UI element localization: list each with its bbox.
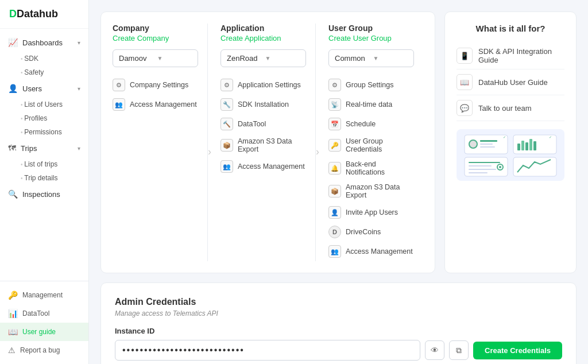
company-access-mgmt-item[interactable]: 👥 Access Management xyxy=(113,95,198,114)
datatool-menu-label: DataTool xyxy=(238,120,266,128)
company-access-label: Access Management xyxy=(130,100,197,109)
logo-icon: D xyxy=(9,8,17,20)
datatool-item[interactable]: 🔨 DataTool xyxy=(220,114,306,134)
dashboard-preview-svg: ✓ ✓ xyxy=(462,132,559,178)
application-dropdown-arrow-icon: ▼ xyxy=(265,55,300,61)
create-application-link[interactable]: Create Application xyxy=(220,34,306,42)
sidebar-sub-sdk[interactable]: SDK xyxy=(0,52,88,65)
admin-credentials-title: Admin Credentials xyxy=(115,297,562,307)
copy-button[interactable]: ⧉ xyxy=(449,340,469,360)
app-logo: DDatahub xyxy=(9,8,79,20)
realtime-data-item[interactable]: 📡 Real-time data xyxy=(328,95,414,114)
svg-point-19 xyxy=(499,166,501,168)
datahub-guide-label: DataHub User Guide xyxy=(478,78,548,87)
sdk-install-label: SDK Installation xyxy=(238,100,289,109)
sidebar-sub-permissions[interactable]: Permissions xyxy=(0,125,88,139)
company-column: Company Create Company Damoov ▼ ⚙ Compan… xyxy=(113,24,208,261)
admin-credentials-panel: Admin Credentials Manage access to Telem… xyxy=(100,282,577,364)
ug-credentials-icon: 🔑 xyxy=(328,139,341,152)
app-settings-item[interactable]: ⚙ Application Settings xyxy=(220,75,306,95)
sidebar-item-dashboards[interactable]: 📈 Dashboards ▾ xyxy=(0,33,88,52)
s3-export-ug-icon: 📦 xyxy=(328,185,341,198)
sidebar-sub-profiles[interactable]: Profiles xyxy=(0,111,88,125)
application-dropdown-value: ZenRoad xyxy=(227,54,262,63)
ug-access-mgmt-item[interactable]: 👥 Access Management xyxy=(328,242,414,261)
s3-export-ug-label: Amazon S3 Data Export xyxy=(346,183,414,199)
usergroup-dropdown-value: Common xyxy=(335,54,370,63)
sdk-api-guide-label: SDK & API Integration Guide xyxy=(478,47,564,64)
company-access-icon: 👥 xyxy=(113,98,125,111)
realtime-data-icon: 📡 xyxy=(328,98,341,111)
app-access-mgmt-item[interactable]: 👥 Access Management xyxy=(220,157,306,176)
sidebar-label-user-guide: User guide xyxy=(22,328,56,336)
svg-rect-9 xyxy=(525,142,528,150)
chevron-trips-icon: ▾ xyxy=(78,145,80,152)
sdk-install-item[interactable]: 🔧 SDK Installation xyxy=(220,95,306,114)
schedule-icon: 📅 xyxy=(328,118,341,130)
inspections-icon: 🔍 xyxy=(8,189,18,199)
invite-users-item[interactable]: 👤 Invite App Users xyxy=(328,203,414,222)
sidebar-item-trips[interactable]: 🗺 Trips ▾ xyxy=(0,139,88,157)
talk-to-team-label: Talk to our team xyxy=(478,104,532,113)
drivecoins-label: DriveCoins xyxy=(346,228,381,236)
sdk-install-icon: 🔧 xyxy=(220,98,233,111)
application-dropdown[interactable]: ZenRoad ▼ xyxy=(220,49,306,67)
create-usergroup-link[interactable]: Create User Group xyxy=(328,34,414,42)
s3-export-app-item[interactable]: 📦 Amazon S3 Data Export xyxy=(220,134,306,157)
group-settings-item[interactable]: ⚙ Group Settings xyxy=(328,75,414,95)
invite-users-icon: 👤 xyxy=(328,206,341,219)
create-company-link[interactable]: Create Company xyxy=(113,34,198,42)
schedule-item[interactable]: 📅 Schedule xyxy=(328,114,414,134)
sidebar-label-dashboards: Dashboards xyxy=(22,38,63,47)
datahub-guide-link[interactable]: 📖 DataHub User Guide xyxy=(457,69,564,95)
management-icon: 🔑 xyxy=(8,291,18,300)
svg-rect-2 xyxy=(480,140,497,142)
sidebar-label-management: Management xyxy=(22,291,63,299)
users-icon: 👤 xyxy=(8,84,18,93)
application-title: Application xyxy=(220,24,306,33)
sidebar-sub-list-users[interactable]: List of Users xyxy=(0,98,88,111)
sidebar-label-report-bug: Report a bug xyxy=(20,346,60,354)
instance-id-value: •••••••••••••••••••••••••••• xyxy=(122,345,245,355)
app-access-icon: 👥 xyxy=(220,160,233,173)
company-dropdown[interactable]: Damoov ▼ xyxy=(113,49,198,67)
sidebar-item-management[interactable]: 🔑 Management xyxy=(0,286,88,304)
sdk-api-guide-icon: 📱 xyxy=(457,48,473,64)
eye-icon: 👁 xyxy=(431,346,439,355)
report-bug-icon: ⚠ xyxy=(8,346,16,355)
svg-rect-8 xyxy=(521,141,524,150)
show-password-button[interactable]: 👁 xyxy=(425,340,444,360)
trips-icon: 🗺 xyxy=(8,144,16,153)
s3-export-ug-item[interactable]: 📦 Amazon S3 Data Export xyxy=(328,180,414,203)
sdk-api-guide-link[interactable]: 📱 SDK & API Integration Guide xyxy=(457,42,564,69)
sidebar-item-datatool[interactable]: 📊 DataTool xyxy=(0,304,88,323)
sidebar-label-users: Users xyxy=(22,84,42,93)
drivecoins-icon: D xyxy=(328,226,341,238)
company-dropdown-arrow-icon: ▼ xyxy=(157,55,192,61)
drivecoins-item[interactable]: D DriveCoins xyxy=(328,222,414,242)
sidebar-item-report-bug[interactable]: ⚠ Report a bug xyxy=(0,341,88,359)
create-credentials-button[interactable]: Create Credentials xyxy=(473,342,562,359)
schedule-label: Schedule xyxy=(346,120,376,128)
backend-notifications-item[interactable]: 🔔 Back-end Notifications xyxy=(328,157,414,180)
talk-to-team-link[interactable]: 💬 Talk to our team xyxy=(457,95,564,121)
sidebar-sub-list-trips[interactable]: List of trips xyxy=(0,157,88,171)
admin-credentials-subtitle: Manage access to Telematics API xyxy=(115,309,562,317)
ug-access-icon: 👥 xyxy=(328,245,341,258)
talk-to-team-icon: 💬 xyxy=(457,100,473,116)
sidebar-item-users[interactable]: 👤 Users ▾ xyxy=(0,79,88,98)
sidebar-label-trips: Trips xyxy=(21,144,37,153)
sidebar-item-user-guide[interactable]: 📖 User guide xyxy=(0,323,88,341)
company-dropdown-value: Damoov xyxy=(119,54,154,63)
usergroup-title: User Group xyxy=(328,24,414,33)
usergroup-dropdown[interactable]: Common ▼ xyxy=(328,49,414,67)
sidebar-item-inspections[interactable]: 🔍 Inspections xyxy=(0,185,88,203)
company-settings-item[interactable]: ⚙ Company Settings xyxy=(113,75,198,95)
sidebar-sub-trip-details[interactable]: Trip details xyxy=(0,171,88,185)
sidebar-sub-safety[interactable]: Safety xyxy=(0,65,88,79)
ug-credentials-item[interactable]: 🔑 User Group Credentials xyxy=(328,134,414,157)
svg-point-1 xyxy=(469,140,477,148)
backend-notifications-label: Back-end Notifications xyxy=(346,160,414,176)
sidebar-nav: 📈 Dashboards ▾ SDK Safety 👤 Users ▾ List… xyxy=(0,29,88,281)
invite-users-label: Invite App Users xyxy=(346,208,398,216)
